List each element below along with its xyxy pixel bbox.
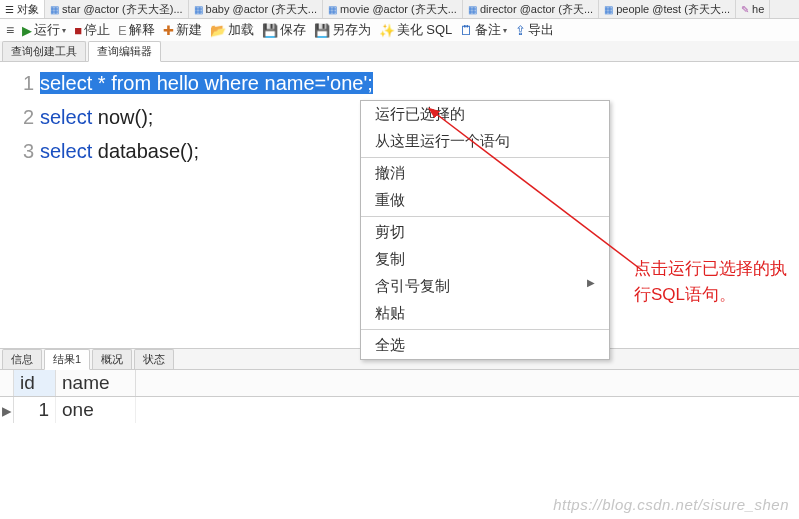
tab-label: 查询创建工具 (11, 45, 77, 57)
menu-select-all[interactable]: 全选 (361, 332, 609, 359)
menu-label: 运行已选择的 (375, 105, 465, 124)
new-label: 新建 (176, 21, 202, 39)
code-line-1[interactable]: select * from hello where name='one'; (40, 66, 799, 100)
beautify-button[interactable]: ✨美化 SQL (379, 21, 453, 39)
line-number: 2 (0, 100, 34, 134)
current-row-marker-icon: ▸ (0, 397, 14, 423)
menu-copy-quoted[interactable]: 含引号复制▶ (361, 273, 609, 300)
menu-redo[interactable]: 重做 (361, 187, 609, 214)
toolbar: ≡ ▶运行▾ ■停止 E解释 ✚新建 📂加载 💾保存 💾另存为 ✨美化 SQL … (0, 19, 799, 41)
tab-label: baby @actor (齐天大... (206, 2, 317, 17)
tab-query-builder[interactable]: 查询创建工具 (2, 41, 86, 61)
menu-label: 重做 (375, 191, 405, 210)
top-tab-director[interactable]: ▦director @actor (齐天... (463, 0, 599, 18)
context-menu: 运行已选择的 从这里运行一个语句 撤消 重做 剪切 复制 含引号复制▶ 粘贴 全… (360, 100, 610, 360)
tab-label: 信息 (11, 353, 33, 365)
watermark: https://blog.csdn.net/sisure_shen (553, 496, 789, 513)
save-as-button[interactable]: 💾另存为 (314, 21, 371, 39)
stop-label: 停止 (84, 21, 110, 39)
result-tab-info[interactable]: 信息 (2, 349, 42, 369)
result-tab-result1[interactable]: 结果1 (44, 349, 90, 370)
menu-label: 全选 (375, 336, 405, 355)
export-button[interactable]: ⇪导出 (515, 21, 554, 39)
top-tab-objects[interactable]: ☰对象 (0, 0, 45, 18)
load-label: 加载 (228, 21, 254, 39)
menu-copy[interactable]: 复制 (361, 246, 609, 273)
menu-label: 粘贴 (375, 304, 405, 323)
tab-label: star @actor (齐天大圣)... (62, 2, 183, 17)
tab-label: 概况 (101, 353, 123, 365)
play-icon: ▶ (22, 23, 32, 38)
save-as-label: 另存为 (332, 21, 371, 39)
top-tab-movie[interactable]: ▦movie @actor (齐天大... (323, 0, 463, 18)
result-tab-status[interactable]: 状态 (134, 349, 174, 369)
export-icon: ⇪ (515, 23, 526, 38)
cell-id[interactable]: 1 (14, 397, 56, 423)
menu-cut[interactable]: 剪切 (361, 219, 609, 246)
stop-button[interactable]: ■停止 (74, 21, 110, 39)
save-icon: 💾 (262, 23, 278, 38)
menu-separator (361, 216, 609, 217)
tab-label: 结果1 (53, 353, 81, 365)
column-header-id[interactable]: id (14, 370, 56, 396)
hamburger-icon[interactable]: ≡ (6, 22, 14, 38)
menu-label: 撤消 (375, 164, 405, 183)
top-tab-he[interactable]: ✎he (736, 0, 770, 18)
stop-icon: ■ (74, 23, 82, 38)
result-header-row: id name (0, 370, 799, 397)
line-number: 1 (0, 66, 34, 100)
load-icon: 📂 (210, 23, 226, 38)
menu-label: 复制 (375, 250, 405, 269)
column-header-name[interactable]: name (56, 370, 136, 396)
new-button[interactable]: ✚新建 (163, 21, 202, 39)
save-button[interactable]: 💾保存 (262, 21, 306, 39)
cell-name[interactable]: one (56, 397, 136, 423)
annotation-text: 点击运行已选择的执行SQL语句。 (634, 256, 789, 308)
tab-label: he (752, 3, 764, 15)
menu-separator (361, 157, 609, 158)
result-grid: id name ▸ 1 one (0, 370, 799, 423)
menu-label: 剪切 (375, 223, 405, 242)
new-icon: ✚ (163, 23, 174, 38)
menu-undo[interactable]: 撤消 (361, 160, 609, 187)
selected-text: select * from hello where name='one'; (40, 72, 373, 94)
tab-label: director @actor (齐天... (480, 2, 593, 17)
notes-button[interactable]: 🗒备注▾ (460, 21, 507, 39)
beautify-label: 美化 SQL (397, 21, 453, 39)
load-button[interactable]: 📂加载 (210, 21, 254, 39)
menu-label: 含引号复制 (375, 277, 450, 296)
menu-run-from-here[interactable]: 从这里运行一个语句 (361, 128, 609, 155)
explain-label: 解释 (129, 21, 155, 39)
notes-icon: 🗒 (460, 23, 473, 38)
explain-button[interactable]: E解释 (118, 21, 155, 39)
wand-icon: ✨ (379, 23, 395, 38)
notes-label: 备注 (475, 21, 501, 39)
top-tab-bar: ☰对象 ▦star @actor (齐天大圣)... ▦baby @actor … (0, 0, 799, 19)
menu-paste[interactable]: 粘贴 (361, 300, 609, 327)
menu-run-selected[interactable]: 运行已选择的 (361, 101, 609, 128)
menu-separator (361, 329, 609, 330)
top-tab-people[interactable]: ▦people @test (齐天大... (599, 0, 736, 18)
line-number: 3 (0, 134, 34, 168)
tab-label: 对象 (17, 2, 39, 17)
run-label: 运行 (34, 21, 60, 39)
top-tab-baby[interactable]: ▦baby @actor (齐天大... (189, 0, 323, 18)
export-label: 导出 (528, 21, 554, 39)
tab-label: movie @actor (齐天大... (340, 2, 457, 17)
result-row[interactable]: ▸ 1 one (0, 397, 799, 423)
save-label: 保存 (280, 21, 306, 39)
tab-label: 状态 (143, 353, 165, 365)
row-marker-header (0, 370, 14, 396)
chevron-right-icon: ▶ (587, 277, 595, 296)
sub-tab-bar: 查询创建工具 查询编辑器 (0, 41, 799, 62)
save-as-icon: 💾 (314, 23, 330, 38)
tab-query-editor[interactable]: 查询编辑器 (88, 41, 161, 62)
tab-label: 查询编辑器 (97, 45, 152, 57)
run-button[interactable]: ▶运行▾ (22, 21, 66, 39)
line-gutter: 1 2 3 (0, 62, 40, 342)
tab-label: people @test (齐天大... (616, 2, 730, 17)
menu-label: 从这里运行一个语句 (375, 132, 510, 151)
explain-icon: E (118, 23, 127, 38)
result-tab-profile[interactable]: 概况 (92, 349, 132, 369)
top-tab-star[interactable]: ▦star @actor (齐天大圣)... (45, 0, 189, 18)
